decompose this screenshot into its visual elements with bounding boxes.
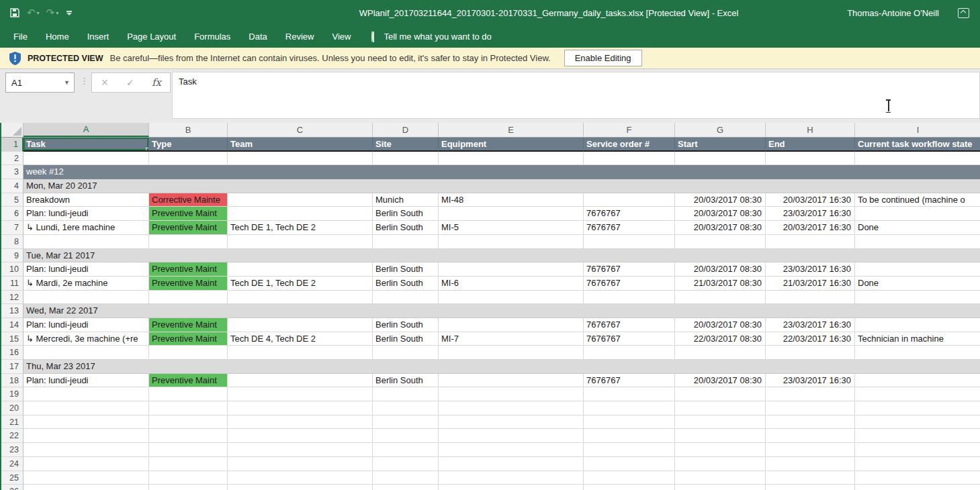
- cell-D22[interactable]: [373, 429, 439, 443]
- row-header-3[interactable]: 3: [1, 165, 24, 179]
- row-header-6[interactable]: 6: [1, 207, 24, 221]
- cell-B10[interactable]: Preventive Maint: [149, 262, 228, 277]
- cell-E8[interactable]: [439, 235, 584, 249]
- cell-C12[interactable]: [228, 291, 373, 305]
- cell-D23[interactable]: [373, 443, 439, 457]
- cell-F6[interactable]: 7676767: [584, 207, 675, 221]
- cell-E26[interactable]: [439, 485, 584, 490]
- row-header-5[interactable]: 5: [1, 193, 24, 207]
- column-header-E[interactable]: E: [439, 123, 584, 137]
- band-cell-row-9[interactable]: Tue, Mar 21 2017: [24, 249, 980, 263]
- cell-E6[interactable]: [439, 207, 584, 221]
- cell-H24[interactable]: [766, 457, 855, 471]
- cell-G24[interactable]: [675, 457, 766, 471]
- column-header-I[interactable]: I: [855, 123, 980, 137]
- cell-D21[interactable]: [373, 415, 439, 430]
- cell-D14[interactable]: Berlin South: [373, 318, 439, 332]
- column-header-A[interactable]: A: [24, 123, 149, 137]
- cell-H2[interactable]: [766, 152, 855, 166]
- tell-me-box[interactable]: Tell me what you want to do: [371, 32, 491, 42]
- cell-G7[interactable]: 20/03/2017 08:30: [675, 221, 766, 235]
- cell-B25[interactable]: [149, 471, 228, 485]
- cell-D20[interactable]: [373, 401, 439, 415]
- cell-C5[interactable]: [228, 193, 373, 207]
- name-box-dropdown-icon[interactable]: ▼: [64, 79, 70, 86]
- cell-H23[interactable]: [766, 443, 855, 457]
- cell-H7[interactable]: 20/03/2017 16:30: [766, 221, 855, 235]
- ribbon-display-options-icon[interactable]: [958, 8, 969, 18]
- cell-H21[interactable]: [766, 415, 855, 430]
- cell-A8[interactable]: [24, 235, 149, 249]
- row-header-24[interactable]: 24: [1, 457, 24, 471]
- cell-I23[interactable]: [855, 443, 980, 457]
- cell-B15[interactable]: Preventive Maint: [149, 332, 228, 346]
- cell-F8[interactable]: [584, 235, 675, 249]
- band-cell-row-17[interactable]: Thu, Mar 23 2017: [24, 360, 980, 374]
- row-header-12[interactable]: 12: [1, 291, 24, 305]
- cell-F12[interactable]: [584, 291, 675, 305]
- cell-A19[interactable]: [24, 387, 149, 401]
- cell-I12[interactable]: [855, 291, 980, 305]
- cell-F18[interactable]: 7676767: [584, 374, 675, 388]
- cell-C26[interactable]: [228, 485, 373, 490]
- cell-A6[interactable]: Plan: lundi-jeudi: [24, 207, 149, 221]
- cell-C1[interactable]: Team: [228, 138, 373, 152]
- cell-G6[interactable]: 20/03/2017 08:30: [675, 207, 766, 221]
- cell-C21[interactable]: [228, 415, 373, 430]
- cell-D26[interactable]: [373, 485, 439, 490]
- cell-H18[interactable]: 23/03/2017 16:30: [766, 374, 855, 388]
- cell-A15[interactable]: ↳ Mercredi, 3e machine (+re: [24, 332, 149, 346]
- row-header-26[interactable]: 26: [1, 485, 24, 490]
- cell-C24[interactable]: [228, 457, 373, 471]
- cell-H11[interactable]: 21/03/2017 16:30: [766, 277, 855, 291]
- tab-insert[interactable]: Insert: [87, 32, 109, 42]
- cell-B26[interactable]: [149, 485, 228, 490]
- cell-D12[interactable]: [373, 291, 439, 305]
- cell-G19[interactable]: [675, 387, 766, 401]
- cell-D7[interactable]: Berlin South: [373, 221, 439, 235]
- row-header-1[interactable]: 1: [1, 138, 24, 152]
- cell-G15[interactable]: 22/03/2017 08:30: [675, 332, 766, 346]
- cell-I25[interactable]: [855, 471, 980, 485]
- undo-button[interactable]: ↶▾: [27, 7, 40, 19]
- cell-F25[interactable]: [584, 471, 675, 485]
- insert-function-icon[interactable]: fx: [152, 77, 161, 89]
- cell-I2[interactable]: [855, 152, 980, 166]
- row-header-15[interactable]: 15: [1, 332, 24, 346]
- cell-D24[interactable]: [373, 457, 439, 471]
- cell-C7[interactable]: Tech DE 1, Tech DE 2: [228, 221, 373, 235]
- cell-F21[interactable]: [584, 415, 675, 430]
- cell-B8[interactable]: [149, 235, 228, 249]
- cell-C8[interactable]: [228, 235, 373, 249]
- column-header-B[interactable]: B: [149, 123, 228, 137]
- cell-D6[interactable]: Berlin South: [373, 207, 439, 221]
- cell-C6[interactable]: [228, 207, 373, 221]
- cell-C19[interactable]: [228, 387, 373, 401]
- cell-E16[interactable]: [439, 346, 584, 360]
- cell-I6[interactable]: [855, 207, 980, 221]
- cell-A5[interactable]: Breakdown: [24, 193, 149, 207]
- redo-button[interactable]: ↷▾: [46, 7, 59, 19]
- cell-I16[interactable]: [855, 346, 980, 360]
- cell-B6[interactable]: Preventive Maint: [149, 207, 228, 221]
- cell-D18[interactable]: Berlin South: [373, 374, 439, 388]
- tab-formulas[interactable]: Formulas: [194, 32, 230, 42]
- column-header-H[interactable]: H: [766, 123, 855, 137]
- cell-I20[interactable]: [855, 401, 980, 415]
- cell-E18[interactable]: [439, 374, 584, 388]
- tab-page-layout[interactable]: Page Layout: [127, 32, 176, 42]
- cell-F2[interactable]: [584, 152, 675, 166]
- cell-I8[interactable]: [855, 235, 980, 249]
- cell-I18[interactable]: [855, 374, 980, 388]
- cell-E7[interactable]: MI-5: [439, 221, 584, 235]
- cell-D5[interactable]: Munich: [373, 193, 439, 207]
- cell-F15[interactable]: 7676767: [584, 332, 675, 346]
- cell-C22[interactable]: [228, 429, 373, 443]
- cell-A26[interactable]: [24, 485, 149, 490]
- cell-I11[interactable]: Done: [855, 277, 980, 291]
- cell-B14[interactable]: Preventive Maint: [149, 318, 228, 332]
- cell-D1[interactable]: Site: [373, 138, 439, 152]
- cell-F19[interactable]: [584, 387, 675, 401]
- cell-I14[interactable]: [855, 318, 980, 332]
- cell-E15[interactable]: MI-7: [439, 332, 584, 346]
